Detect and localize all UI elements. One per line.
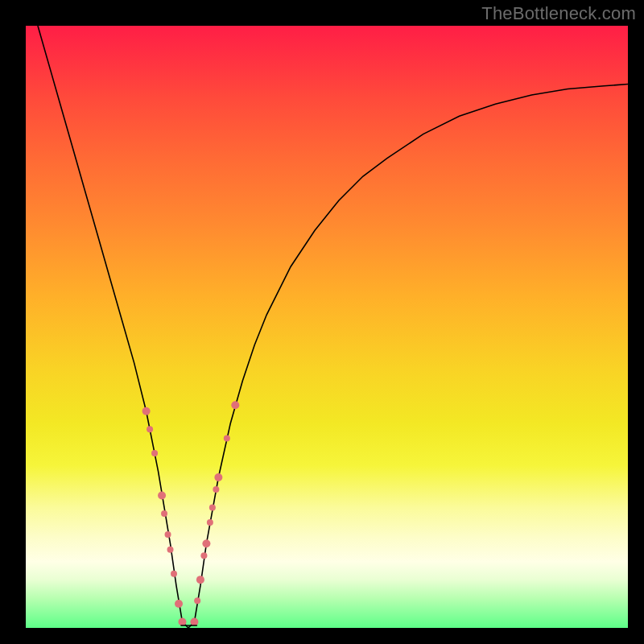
watermark-text: TheBottleneck.com bbox=[481, 3, 636, 24]
sample-point bbox=[142, 407, 151, 415]
sample-point bbox=[158, 491, 166, 499]
chart-frame: TheBottleneck.com bbox=[0, 0, 644, 644]
sample-point bbox=[224, 435, 230, 441]
sample-point bbox=[209, 504, 216, 510]
sample-point bbox=[200, 552, 207, 559]
sample-point bbox=[231, 401, 239, 409]
sample-point bbox=[175, 600, 183, 608]
sample-point bbox=[202, 539, 210, 547]
plot-area bbox=[26, 26, 628, 628]
sample-point bbox=[165, 531, 171, 538]
sample-point bbox=[147, 426, 153, 432]
chart-svg bbox=[26, 26, 628, 628]
bottleneck-curve bbox=[38, 26, 628, 628]
sample-point bbox=[194, 597, 200, 604]
sample-point bbox=[190, 618, 198, 626]
sample-point bbox=[214, 473, 222, 481]
sample-point bbox=[161, 510, 167, 517]
sample-point bbox=[151, 450, 158, 456]
sample-points-group bbox=[142, 401, 240, 625]
sample-point bbox=[207, 519, 213, 526]
sample-point bbox=[196, 576, 204, 584]
sample-point bbox=[213, 486, 219, 493]
sample-point bbox=[178, 618, 186, 626]
sample-point bbox=[171, 571, 177, 577]
sample-point bbox=[167, 547, 174, 553]
